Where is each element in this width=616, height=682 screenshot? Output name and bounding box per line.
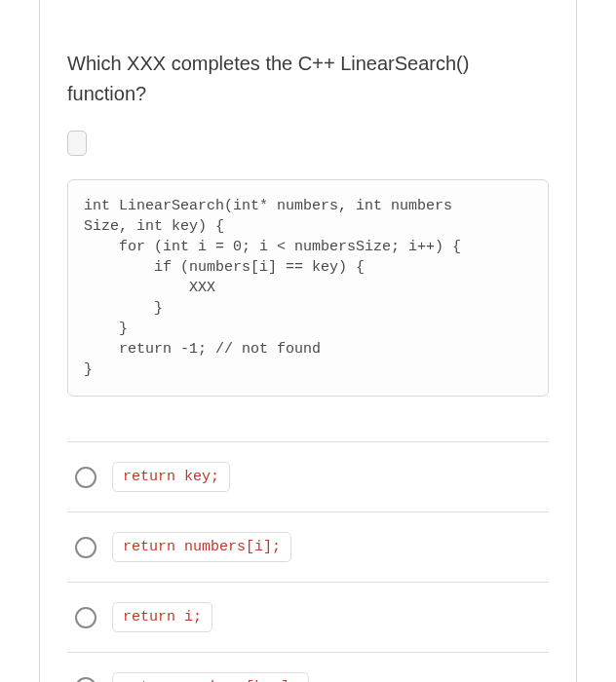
radio-icon[interactable] bbox=[75, 677, 96, 683]
answer-options: return key; return numbers[i]; return i;… bbox=[67, 441, 549, 682]
option-code: return key; bbox=[112, 462, 230, 492]
code-block: int LinearSearch(int* numbers, int numbe… bbox=[67, 179, 549, 397]
radio-icon[interactable] bbox=[75, 607, 96, 628]
radio-icon[interactable] bbox=[75, 467, 96, 488]
option-code: return i; bbox=[112, 602, 212, 632]
question-text: Which XXX completes the C++ LinearSearch… bbox=[67, 49, 549, 109]
option-row[interactable]: return key; bbox=[67, 441, 549, 512]
option-row[interactable]: return numbers[i]; bbox=[67, 512, 549, 582]
question-card: Which XXX completes the C++ LinearSearch… bbox=[39, 0, 577, 682]
attachment-badge bbox=[67, 131, 87, 156]
option-row[interactable]: return numbers[key]; bbox=[67, 652, 549, 682]
option-row[interactable]: return i; bbox=[67, 582, 549, 652]
option-code: return numbers[i]; bbox=[112, 532, 291, 562]
option-code: return numbers[key]; bbox=[112, 672, 309, 682]
radio-icon[interactable] bbox=[75, 537, 96, 558]
